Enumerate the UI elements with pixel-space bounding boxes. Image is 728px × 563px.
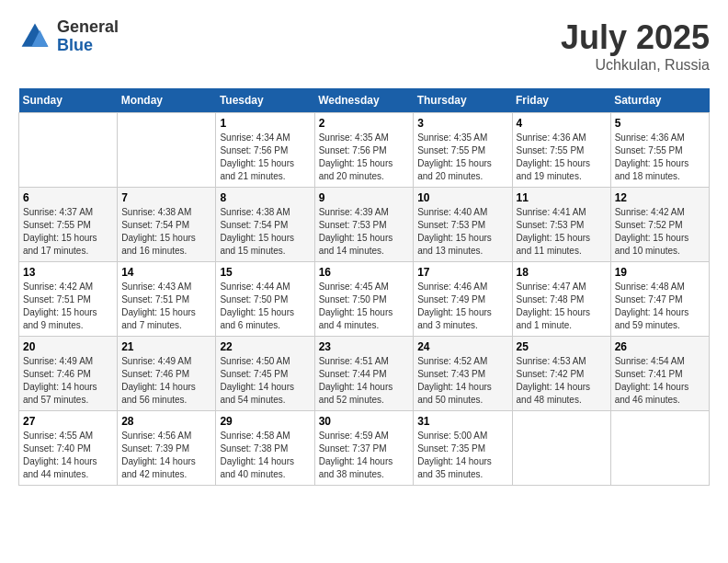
day-number: 9 [319, 191, 410, 204]
day-number: 27 [23, 415, 113, 428]
day-number: 18 [517, 266, 607, 279]
title-block: July 2025 Uchkulan, Russia [561, 18, 710, 74]
weekday-header-wednesday: Wednesday [314, 88, 414, 113]
calendar-cell: 24Sunrise: 4:52 AM Sunset: 7:43 PM Dayli… [414, 337, 512, 411]
weekday-header-monday: Monday [118, 88, 216, 113]
day-info: Sunrise: 4:56 AM Sunset: 7:39 PM Dayligh… [121, 430, 211, 481]
day-info: Sunrise: 4:47 AM Sunset: 7:48 PM Dayligh… [517, 281, 607, 332]
day-info: Sunrise: 4:49 AM Sunset: 7:46 PM Dayligh… [23, 355, 113, 407]
day-number: 16 [319, 266, 410, 279]
day-info: Sunrise: 4:38 AM Sunset: 7:54 PM Dayligh… [220, 206, 310, 258]
calendar-cell: 31Sunrise: 5:00 AM Sunset: 7:35 PM Dayli… [414, 411, 512, 486]
calendar-cell [512, 411, 610, 486]
calendar-week-3: 13Sunrise: 4:42 AM Sunset: 7:51 PM Dayli… [19, 262, 710, 337]
calendar-cell: 1Sunrise: 4:34 AM Sunset: 7:56 PM Daylig… [216, 113, 314, 188]
day-info: Sunrise: 4:35 AM Sunset: 7:55 PM Dayligh… [417, 132, 507, 183]
day-info: Sunrise: 4:48 AM Sunset: 7:47 PM Dayligh… [615, 281, 705, 332]
weekday-header-friday: Friday [512, 88, 610, 113]
day-info: Sunrise: 4:44 AM Sunset: 7:50 PM Dayligh… [220, 281, 310, 332]
logo-icon [18, 20, 51, 53]
calendar-cell: 14Sunrise: 4:43 AM Sunset: 7:51 PM Dayli… [118, 262, 216, 337]
day-number: 29 [220, 415, 310, 428]
day-info: Sunrise: 4:42 AM Sunset: 7:51 PM Dayligh… [23, 281, 113, 332]
calendar-cell: 15Sunrise: 4:44 AM Sunset: 7:50 PM Dayli… [216, 262, 314, 337]
day-number: 1 [220, 117, 310, 130]
calendar-cell: 16Sunrise: 4:45 AM Sunset: 7:50 PM Dayli… [314, 262, 414, 337]
day-number: 21 [121, 340, 211, 353]
calendar-cell: 23Sunrise: 4:51 AM Sunset: 7:44 PM Dayli… [314, 337, 414, 411]
calendar-cell: 21Sunrise: 4:49 AM Sunset: 7:46 PM Dayli… [118, 337, 216, 411]
calendar-cell [118, 113, 216, 188]
calendar-cell: 2Sunrise: 4:35 AM Sunset: 7:56 PM Daylig… [314, 113, 414, 188]
calendar-cell: 7Sunrise: 4:38 AM Sunset: 7:54 PM Daylig… [118, 188, 216, 262]
calendar-cell: 20Sunrise: 4:49 AM Sunset: 7:46 PM Dayli… [19, 337, 118, 411]
calendar-week-2: 6Sunrise: 4:37 AM Sunset: 7:55 PM Daylig… [19, 188, 710, 262]
day-number: 11 [517, 191, 607, 204]
month-title: July 2025 [561, 18, 710, 57]
day-number: 31 [417, 415, 507, 428]
day-number: 3 [417, 117, 507, 130]
calendar-cell: 27Sunrise: 4:55 AM Sunset: 7:40 PM Dayli… [19, 411, 118, 486]
day-number: 26 [615, 340, 705, 353]
weekday-header-saturday: Saturday [610, 88, 709, 113]
day-info: Sunrise: 4:42 AM Sunset: 7:52 PM Dayligh… [615, 206, 705, 258]
calendar-week-5: 27Sunrise: 4:55 AM Sunset: 7:40 PM Dayli… [19, 411, 710, 486]
logo: General Blue [18, 18, 119, 55]
calendar-cell: 19Sunrise: 4:48 AM Sunset: 7:47 PM Dayli… [610, 262, 709, 337]
logo-text: General Blue [57, 18, 119, 55]
calendar-cell: 13Sunrise: 4:42 AM Sunset: 7:51 PM Dayli… [19, 262, 118, 337]
day-info: Sunrise: 4:36 AM Sunset: 7:55 PM Dayligh… [615, 132, 705, 183]
day-info: Sunrise: 4:58 AM Sunset: 7:38 PM Dayligh… [220, 430, 310, 481]
day-number: 12 [615, 191, 705, 204]
day-info: Sunrise: 4:37 AM Sunset: 7:55 PM Dayligh… [23, 206, 113, 258]
calendar-cell: 30Sunrise: 4:59 AM Sunset: 7:37 PM Dayli… [314, 411, 414, 486]
day-number: 25 [517, 340, 607, 353]
calendar-cell: 11Sunrise: 4:41 AM Sunset: 7:53 PM Dayli… [512, 188, 610, 262]
day-info: Sunrise: 4:45 AM Sunset: 7:50 PM Dayligh… [319, 281, 410, 332]
calendar-week-4: 20Sunrise: 4:49 AM Sunset: 7:46 PM Dayli… [19, 337, 710, 411]
day-info: Sunrise: 4:52 AM Sunset: 7:43 PM Dayligh… [417, 355, 507, 407]
day-info: Sunrise: 4:53 AM Sunset: 7:42 PM Dayligh… [517, 355, 607, 407]
calendar-cell [19, 113, 118, 188]
day-info: Sunrise: 5:00 AM Sunset: 7:35 PM Dayligh… [417, 430, 507, 481]
day-number: 30 [319, 415, 410, 428]
calendar-cell: 26Sunrise: 4:54 AM Sunset: 7:41 PM Dayli… [610, 337, 709, 411]
calendar-cell: 17Sunrise: 4:46 AM Sunset: 7:49 PM Dayli… [414, 262, 512, 337]
day-number: 6 [23, 191, 113, 204]
day-info: Sunrise: 4:35 AM Sunset: 7:56 PM Dayligh… [319, 132, 410, 183]
day-number: 22 [220, 340, 310, 353]
day-info: Sunrise: 4:34 AM Sunset: 7:56 PM Dayligh… [220, 132, 310, 183]
calendar-cell: 22Sunrise: 4:50 AM Sunset: 7:45 PM Dayli… [216, 337, 314, 411]
day-info: Sunrise: 4:46 AM Sunset: 7:49 PM Dayligh… [417, 281, 507, 332]
day-info: Sunrise: 4:40 AM Sunset: 7:53 PM Dayligh… [417, 206, 507, 258]
calendar-week-1: 1Sunrise: 4:34 AM Sunset: 7:56 PM Daylig… [19, 113, 710, 188]
calendar-cell: 6Sunrise: 4:37 AM Sunset: 7:55 PM Daylig… [19, 188, 118, 262]
day-number: 5 [615, 117, 705, 130]
weekday-header-sunday: Sunday [19, 88, 118, 113]
day-number: 10 [417, 191, 507, 204]
calendar-cell: 5Sunrise: 4:36 AM Sunset: 7:55 PM Daylig… [610, 113, 709, 188]
day-number: 17 [417, 266, 507, 279]
calendar-cell: 25Sunrise: 4:53 AM Sunset: 7:42 PM Dayli… [512, 337, 610, 411]
day-info: Sunrise: 4:41 AM Sunset: 7:53 PM Dayligh… [517, 206, 607, 258]
logo-blue-text: Blue [57, 37, 119, 55]
day-number: 2 [319, 117, 410, 130]
day-info: Sunrise: 4:39 AM Sunset: 7:53 PM Dayligh… [319, 206, 410, 258]
day-info: Sunrise: 4:49 AM Sunset: 7:46 PM Dayligh… [121, 355, 211, 407]
day-number: 23 [319, 340, 410, 353]
day-info: Sunrise: 4:43 AM Sunset: 7:51 PM Dayligh… [121, 281, 211, 332]
calendar-cell: 8Sunrise: 4:38 AM Sunset: 7:54 PM Daylig… [216, 188, 314, 262]
day-info: Sunrise: 4:51 AM Sunset: 7:44 PM Dayligh… [319, 355, 410, 407]
day-number: 8 [220, 191, 310, 204]
calendar-cell: 12Sunrise: 4:42 AM Sunset: 7:52 PM Dayli… [610, 188, 709, 262]
day-number: 14 [121, 266, 211, 279]
weekday-header-row: SundayMondayTuesdayWednesdayThursdayFrid… [19, 88, 710, 113]
day-number: 24 [417, 340, 507, 353]
calendar-cell: 28Sunrise: 4:56 AM Sunset: 7:39 PM Dayli… [118, 411, 216, 486]
calendar-cell: 4Sunrise: 4:36 AM Sunset: 7:55 PM Daylig… [512, 113, 610, 188]
weekday-header-tuesday: Tuesday [216, 88, 314, 113]
calendar-cell: 18Sunrise: 4:47 AM Sunset: 7:48 PM Dayli… [512, 262, 610, 337]
day-info: Sunrise: 4:50 AM Sunset: 7:45 PM Dayligh… [220, 355, 310, 407]
calendar-cell: 9Sunrise: 4:39 AM Sunset: 7:53 PM Daylig… [314, 188, 414, 262]
day-number: 28 [121, 415, 211, 428]
